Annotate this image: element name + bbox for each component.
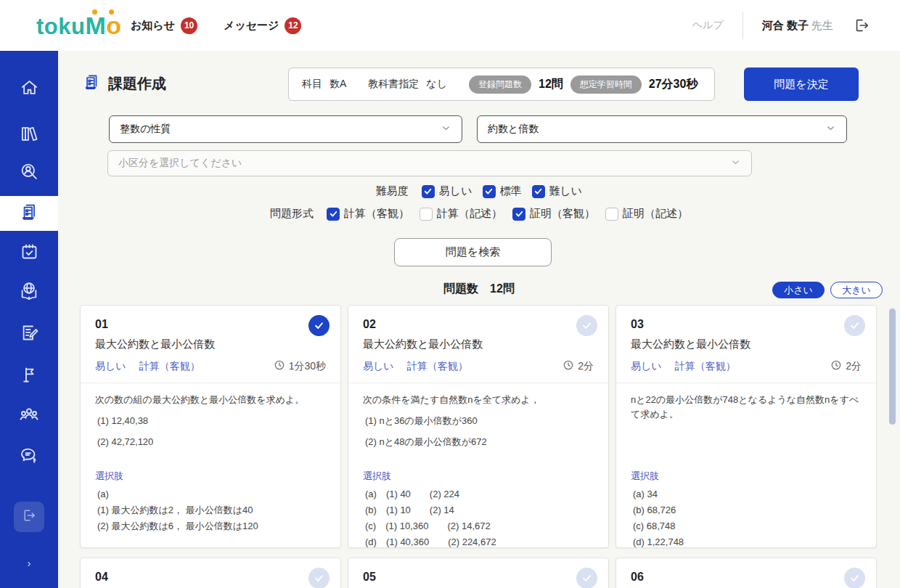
messages-count-badge: 12 bbox=[285, 17, 301, 34]
sidebar-item-global-study[interactable] bbox=[0, 274, 58, 309]
checkbox-format-proof-objective[interactable]: 証明（客観） bbox=[512, 207, 595, 221]
checkbox-format-calc-written[interactable]: 計算（記述） bbox=[420, 207, 502, 221]
question-text: nと22の最小公倍数が748となるような自然数nをすべて求めよ。 bbox=[631, 393, 862, 422]
search-problems-button[interactable]: 問題を検索 bbox=[394, 238, 552, 266]
page-title-row: 課題作成 bbox=[82, 73, 166, 94]
checkbox-format-calc-objective[interactable]: 計算（客観） bbox=[327, 207, 409, 221]
checkbox-format-proof-written[interactable]: 証明（記述） bbox=[605, 207, 688, 221]
card-select-check-icon[interactable] bbox=[844, 568, 865, 588]
card-select-check-icon[interactable] bbox=[308, 315, 330, 336]
checkbox-icon bbox=[605, 208, 618, 221]
checkbox-icon bbox=[512, 208, 525, 221]
question-item: (2) 42,72,120 bbox=[95, 435, 326, 449]
logout-icon bbox=[22, 508, 36, 526]
help-link[interactable]: ヘルプ bbox=[692, 19, 724, 32]
sidebar-item-library[interactable] bbox=[0, 118, 58, 152]
checkbox-icon bbox=[327, 208, 340, 221]
subcategory-select[interactable]: 約数と倍数 bbox=[477, 115, 847, 143]
decide-problems-button[interactable]: 問題を決定 bbox=[744, 68, 859, 101]
logout-icon[interactable] bbox=[852, 16, 871, 35]
card-body: 次の数の組の最大公約数と最小公倍数を求めよ。 (1) 12,40,38 (2) … bbox=[81, 383, 340, 544]
card-meta: 易しい 計算（客観） 1分30秒 bbox=[95, 359, 326, 373]
results-count-value: 12問 bbox=[490, 282, 515, 295]
choice-line: (d) 1,22,748 bbox=[631, 534, 862, 548]
card-select-check-icon[interactable] bbox=[844, 315, 865, 336]
card-format-tag: 計算（客観） bbox=[407, 360, 468, 373]
sidebar-item-notes[interactable] bbox=[0, 317, 58, 351]
card-title: 最大公約数と最小公倍数 bbox=[95, 338, 326, 351]
header-right: ヘルプ 河合 数子先生 bbox=[692, 0, 871, 51]
sidebar-item-groups[interactable] bbox=[0, 399, 58, 434]
choices-label: 選択肢 bbox=[363, 470, 594, 483]
app-header: tokuMo お知らせ 10 メッセージ 12 ヘルプ 河合 数子先生 bbox=[0, 0, 900, 51]
checkbox-difficulty-standard[interactable]: 標準 bbox=[483, 184, 522, 198]
checkbox-label: 証明（記述） bbox=[623, 207, 688, 221]
checkbox-icon bbox=[483, 185, 496, 198]
subcategory-select-value: 約数と倍数 bbox=[488, 123, 539, 136]
flag-icon bbox=[20, 365, 39, 388]
card-title: 最大公約数と最小公倍数 bbox=[631, 338, 862, 351]
question-item: (2) nと48の最小公倍数が672 bbox=[363, 435, 594, 449]
question-item: (1) 12,40,38 bbox=[95, 414, 326, 428]
sidebar-item-calendar[interactable] bbox=[0, 235, 58, 270]
logo-text-teal: toku bbox=[36, 14, 85, 39]
student-search-icon bbox=[19, 161, 39, 184]
checkbox-label: 難しい bbox=[549, 184, 583, 198]
scrollbar-thumb[interactable] bbox=[889, 309, 896, 425]
checkbox-icon bbox=[532, 185, 545, 198]
choice-line: (1) 最大公約数は2， 最小公倍数は40 bbox=[95, 502, 326, 518]
nav-notices-label: お知らせ bbox=[131, 19, 175, 33]
card-time-value: 2分 bbox=[846, 360, 862, 373]
size-small-button[interactable]: 小さい bbox=[772, 282, 825, 298]
clock-icon bbox=[274, 359, 285, 373]
tokumo-logo: tokuMo bbox=[36, 12, 122, 40]
problem-card-01[interactable]: 01 最大公約数と最小公倍数 易しい 計算（客観） 1分30秒 bbox=[80, 305, 341, 548]
category-select[interactable]: 整数の性質 bbox=[109, 115, 462, 143]
results-header-row: 問題数 12問 小さい 大きい bbox=[58, 282, 900, 299]
user-name: 河合 数子先生 bbox=[762, 19, 833, 33]
problem-card-06[interactable]: 06 bbox=[615, 558, 877, 588]
study-time-pill: 想定学習時間 bbox=[570, 75, 642, 94]
choice-line: (a) bbox=[95, 486, 326, 502]
problem-card-05[interactable]: 05 bbox=[348, 558, 609, 588]
sidebar-item-assignments[interactable] bbox=[0, 196, 58, 231]
library-icon bbox=[20, 124, 39, 147]
problem-card-03[interactable]: 03 最大公約数と最小公倍数 易しい 計算（客観） 2分 nと2 bbox=[615, 305, 877, 548]
checkbox-difficulty-easy[interactable]: 易しい bbox=[422, 184, 472, 198]
card-size-toggles: 小さい 大きい bbox=[772, 282, 883, 298]
checkbox-icon bbox=[420, 208, 433, 221]
card-head: 02 最大公約数と最小公倍数 易しい 計算（客観） 2分 bbox=[348, 306, 608, 383]
subdivision-select[interactable]: 小区分を選択してください bbox=[107, 150, 752, 176]
size-large-button[interactable]: 大きい bbox=[830, 282, 883, 298]
card-select-check-icon[interactable] bbox=[576, 315, 597, 336]
card-head: 05 bbox=[348, 558, 608, 588]
card-time: 1分30秒 bbox=[274, 359, 326, 373]
checkbox-difficulty-hard[interactable]: 難しい bbox=[532, 184, 583, 198]
note-edit-icon bbox=[20, 323, 39, 346]
sidebar-item-student-search[interactable] bbox=[0, 155, 58, 190]
sidebar-logout-button[interactable] bbox=[14, 502, 44, 532]
card-meta: 易しい 計算（客観） 2分 bbox=[363, 359, 594, 373]
card-time-value: 2分 bbox=[578, 360, 594, 373]
question-block: 次の条件を満たす自然数nを全て求めよ， (1) nと36の最小倍数が360 (2… bbox=[363, 393, 594, 470]
page-title: 課題作成 bbox=[108, 74, 166, 94]
sidebar-item-home[interactable] bbox=[0, 71, 58, 106]
sidebar-expand-chevron-icon[interactable]: › bbox=[28, 557, 31, 569]
question-block: 次の数の組の最大公約数と最小公倍数を求めよ。 (1) 12,40,38 (2) … bbox=[95, 393, 326, 470]
sidebar-item-flag[interactable] bbox=[0, 359, 58, 393]
subject-value: 数A bbox=[330, 78, 346, 91]
problem-cards-row-1: 01 最大公約数と最小公倍数 易しい 計算（客観） 1分30秒 bbox=[80, 305, 877, 548]
sidebar-item-chat[interactable] bbox=[0, 440, 58, 475]
checkbox-label: 易しい bbox=[439, 184, 472, 198]
registered-count-pill: 登録問題数 bbox=[469, 75, 531, 94]
choice-line: (c) (1) 10,360 (2) 14,672 bbox=[363, 518, 594, 534]
nav-messages[interactable]: メッセージ 12 bbox=[224, 17, 301, 34]
problem-card-04[interactable]: 04 bbox=[80, 558, 341, 588]
choice-line: (d) (1) 40,360 (2) 224,672 bbox=[363, 534, 594, 548]
card-select-check-icon[interactable] bbox=[308, 568, 330, 588]
calendar-check-icon bbox=[20, 242, 39, 264]
card-select-check-icon[interactable] bbox=[576, 568, 597, 588]
problem-card-02[interactable]: 02 最大公約数と最小公倍数 易しい 計算（客観） 2分 次の条 bbox=[348, 305, 609, 548]
card-time: 2分 bbox=[562, 359, 594, 373]
nav-notices[interactable]: お知らせ 10 bbox=[131, 17, 197, 34]
